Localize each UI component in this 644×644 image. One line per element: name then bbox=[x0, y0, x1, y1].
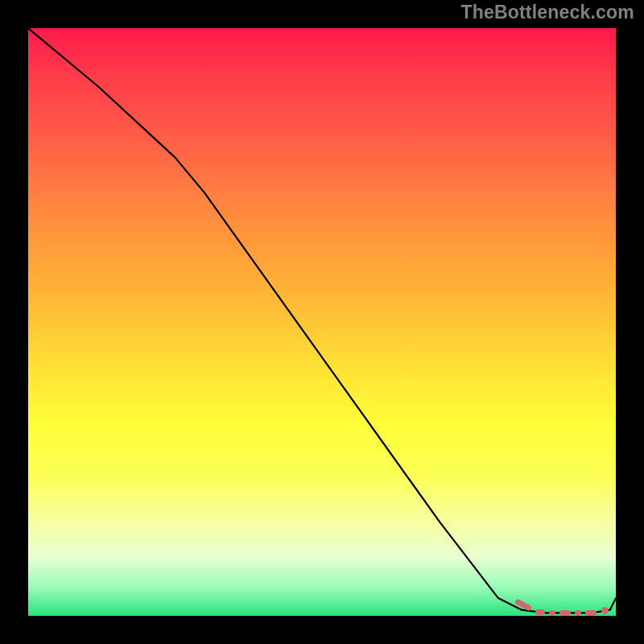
dash-seg bbox=[514, 598, 533, 612]
watermark-text: TheBottleneck.com bbox=[460, 2, 634, 23]
dash-seg bbox=[575, 610, 581, 616]
highlight-dashes bbox=[28, 28, 616, 616]
bottleneck-curve bbox=[28, 28, 616, 616]
dash-seg bbox=[585, 610, 597, 616]
chart-stage: TheBottleneck.com bbox=[0, 0, 644, 644]
dash-seg bbox=[549, 610, 555, 616]
plot-area bbox=[28, 28, 616, 616]
dash-end-dot bbox=[601, 607, 609, 614]
dash-seg bbox=[559, 610, 571, 616]
dash-seg bbox=[535, 609, 545, 615]
